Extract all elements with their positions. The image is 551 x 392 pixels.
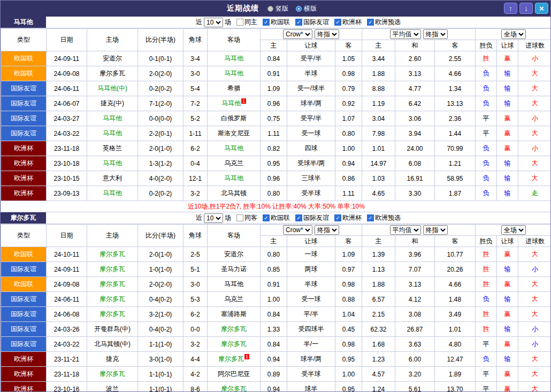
handicap-line: 球半 xyxy=(287,382,335,392)
avg-draw: 3.20 xyxy=(395,367,435,382)
match-row: 欧洲杯23-11-18摩尔多瓦1-1(0-1)4-2阿尔巴尼亚0.89受半球1.… xyxy=(1,367,551,382)
away-team-cell: 安道尔 xyxy=(208,247,261,262)
odds-home: 0.95 xyxy=(261,156,287,171)
odds-away: 0.98 xyxy=(335,277,362,292)
home-team-label: 安道尔 xyxy=(103,55,122,62)
goals-result: 小 xyxy=(518,337,551,352)
avg-home: 62.32 xyxy=(362,322,395,337)
period-select[interactable]: 全场 xyxy=(501,29,526,39)
league-filter-checkbox[interactable]: ✓欧国联 xyxy=(263,18,290,27)
scroll-down-button[interactable]: ↓ xyxy=(519,3,533,14)
avg-source-select[interactable]: 平均值 xyxy=(390,29,421,39)
league-filter-checkbox[interactable]: ✓欧洲杯 xyxy=(334,213,362,222)
home-team-cell: 摩尔多瓦 xyxy=(87,307,138,322)
handicap-result: 赢 xyxy=(497,337,518,352)
period-select[interactable]: 全场 xyxy=(501,225,526,235)
scroll-up-button[interactable]: ↑ xyxy=(504,3,517,14)
odds-away: 0.80 xyxy=(335,126,362,141)
home-team-cell: 北马其顿(中) xyxy=(87,337,138,352)
layout-vertical-radio[interactable]: 竖版 xyxy=(267,4,288,13)
home-team-label: 捷克(中) xyxy=(101,99,124,107)
avg-draw: 3.63 xyxy=(395,337,435,352)
radio-selected-icon xyxy=(296,6,302,12)
checkbox-checked-icon: ✓ xyxy=(295,214,302,221)
sub-column-header: 主 xyxy=(362,236,395,247)
home-team-label: 捷克 xyxy=(106,355,119,363)
header-select-cell: Crow*终指 xyxy=(261,29,362,40)
goals-result: 小 xyxy=(518,262,551,277)
home-team-cell: 马耳他 xyxy=(87,126,138,141)
avg-away: 2.36 xyxy=(435,111,476,126)
win-loss-result: 胜 xyxy=(476,277,497,292)
checkbox-checked-icon: ✓ xyxy=(295,19,302,26)
league-type-badge: 欧洲杯 xyxy=(1,382,47,392)
avg-away: 4.80 xyxy=(435,337,476,352)
sub-column-header: 进球数 xyxy=(518,236,551,247)
match-count-select[interactable]: 10 xyxy=(204,213,223,223)
handicap-line: 三球半 xyxy=(287,171,335,186)
match-row: 国际友谊24-06-08摩尔多瓦3-2(1-0)6-2塞浦路斯0.84平/半1.… xyxy=(1,307,551,322)
goals-result: 大 xyxy=(518,277,551,292)
corners: 4-2 xyxy=(183,367,208,382)
away-team-cell: 马耳他 xyxy=(208,66,261,81)
away-team-label: 阿尔巴尼亚 xyxy=(218,370,250,378)
avg-final-select[interactable]: 终指 xyxy=(423,225,448,235)
match-count-select[interactable]: 10 xyxy=(204,18,223,27)
odds-away: 0.92 xyxy=(335,96,362,111)
league-filter-checkbox[interactable]: ✓国际友谊 xyxy=(295,213,329,222)
match-row: 国际友谊24-09-11摩尔多瓦1-0(1-0)5-1圣马力诺0.85两球0.9… xyxy=(1,262,551,277)
away-team-cell: 摩尔多瓦 xyxy=(208,322,261,337)
odds-away: 1.11 xyxy=(335,186,362,201)
odds-final-select[interactable]: 终指 xyxy=(315,225,339,235)
home-team-label: 马耳他 xyxy=(103,114,122,122)
odds-home: 0.91 xyxy=(261,277,287,292)
goals-result: 小 xyxy=(518,141,551,156)
league-filter-checkbox[interactable]: ✓欧洲预选 xyxy=(367,213,401,222)
away-team-label: 乌克兰 xyxy=(224,159,243,167)
home-team-label: 马耳他(中) xyxy=(97,84,127,92)
handicap-result: 赢 xyxy=(497,247,518,262)
league-filter-checkbox[interactable]: ✓欧国联 xyxy=(263,213,290,222)
corners: 4-4 xyxy=(183,352,208,367)
odds-final-select[interactable]: 终指 xyxy=(315,29,339,39)
handicap-result: 输 xyxy=(497,171,518,186)
goals-result: 大 xyxy=(518,367,551,382)
avg-home: 1.13 xyxy=(362,262,395,277)
odds-away: 0.98 xyxy=(335,337,362,352)
team-name: 马耳他 xyxy=(1,17,46,28)
goals-result: 大 xyxy=(518,81,551,96)
sub-column-header: 和 xyxy=(395,236,435,247)
league-filter-label: 欧洲杯 xyxy=(342,213,362,222)
goals-result: 走 xyxy=(518,186,551,201)
avg-draw: 6.00 xyxy=(395,352,435,367)
avg-home: 1.88 xyxy=(362,66,395,81)
league-type-badge: 欧国联 xyxy=(1,277,47,292)
same-venue-checkbox[interactable]: 同客 xyxy=(236,213,257,222)
league-filter-checkbox[interactable]: ✓欧洲预选 xyxy=(367,18,401,27)
avg-final-select[interactable]: 终指 xyxy=(423,29,448,39)
odds-source-select[interactable]: Crow* xyxy=(283,29,312,39)
odds-home: 1.33 xyxy=(261,322,287,337)
summary-line: 近10场,胜1平2负7, 胜率:10% 让胜率:40% 大率:50% 单率:10… xyxy=(1,201,551,212)
header-select-cell: 平均值终指 xyxy=(362,29,476,40)
same-venue-checkbox[interactable]: 同主 xyxy=(236,18,257,27)
radio-unselected-icon xyxy=(267,6,273,12)
win-loss-result: 负 xyxy=(476,156,497,171)
league-type-badge: 国际友谊 xyxy=(1,81,47,96)
avg-home: 6.57 xyxy=(362,292,395,307)
home-team-cell: 马耳他 xyxy=(87,156,138,171)
checkbox-checked-icon: ✓ xyxy=(367,19,374,26)
goals-result: 大 xyxy=(518,156,551,171)
handicap-line: 四球 xyxy=(287,141,335,156)
league-filter-checkbox[interactable]: ✓欧洲杯 xyxy=(334,18,362,27)
match-date: 24-03-22 xyxy=(47,337,87,352)
avg-home: 1.39 xyxy=(362,247,395,262)
league-filter-checkbox[interactable]: ✓国际友谊 xyxy=(295,18,329,27)
avg-source-select[interactable]: 平均值 xyxy=(390,225,421,235)
close-button[interactable]: × xyxy=(535,3,548,14)
away-team-cell: 马耳他1 xyxy=(208,96,261,111)
odds-source-select[interactable]: Crow* xyxy=(283,225,312,235)
layout-horizontal-radio[interactable]: 横版 xyxy=(296,4,317,13)
away-team-cell: 乌克兰 xyxy=(208,156,261,171)
handicap-line: 球半/两 xyxy=(287,352,335,367)
